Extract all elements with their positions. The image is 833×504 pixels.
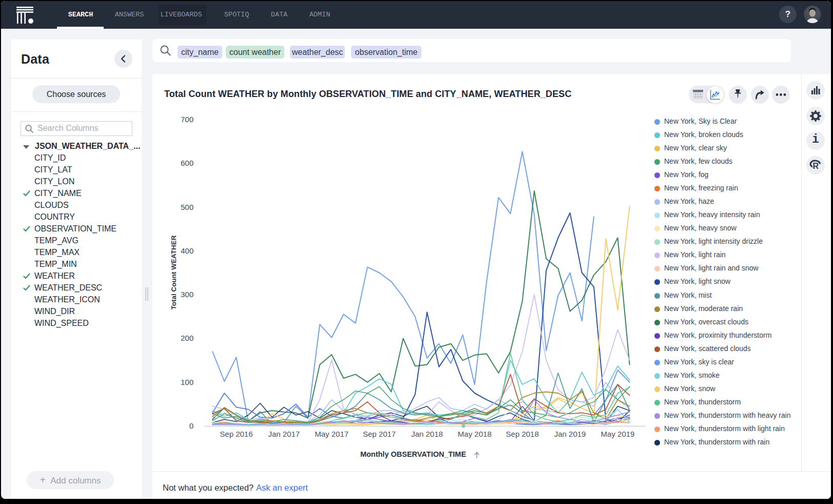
svg-text:500: 500 xyxy=(181,203,193,211)
svg-text:200: 200 xyxy=(181,334,193,342)
svg-text:May 2019: May 2019 xyxy=(601,430,635,438)
svg-text:Monthly OBSERVATION_TIME: Monthly OBSERVATION_TIME xyxy=(360,450,467,458)
svg-text:Jan 2019: Jan 2019 xyxy=(554,430,586,438)
svg-text:600: 600 xyxy=(181,159,193,167)
svg-text:May 2017: May 2017 xyxy=(315,430,348,438)
svg-text:300: 300 xyxy=(181,290,193,299)
svg-text:Sep 2016: Sep 2016 xyxy=(220,430,253,438)
svg-text:700: 700 xyxy=(181,115,193,124)
svg-text:R: R xyxy=(813,162,819,170)
svg-text:Jan 2017: Jan 2017 xyxy=(268,430,300,438)
svg-text:Total Count WEATHER: Total Count WEATHER xyxy=(170,235,178,309)
svg-text:Jan 2018: Jan 2018 xyxy=(411,430,443,438)
svg-text:Sep 2018: Sep 2018 xyxy=(506,430,539,438)
svg-text:100: 100 xyxy=(181,378,193,386)
svg-text:May 2018: May 2018 xyxy=(458,430,492,438)
svg-text:400: 400 xyxy=(181,246,193,255)
svg-text:Sep 2017: Sep 2017 xyxy=(363,430,396,438)
svg-text:0: 0 xyxy=(189,421,193,430)
